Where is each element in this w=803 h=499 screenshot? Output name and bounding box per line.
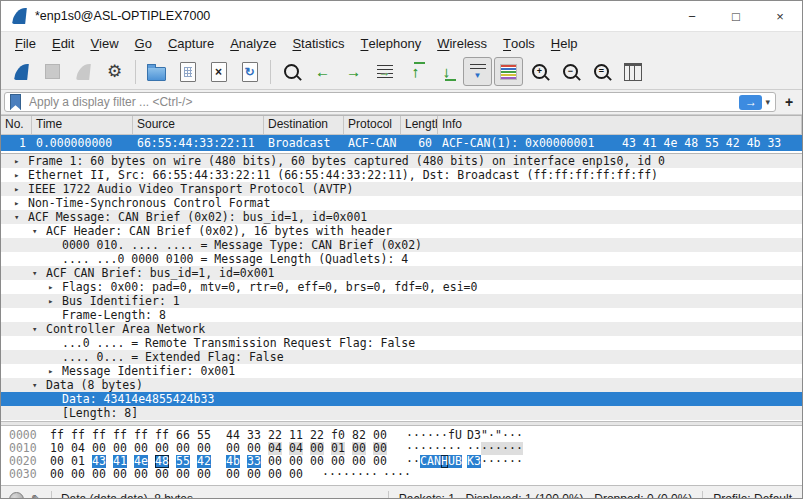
expert-info-icon[interactable]: [9, 492, 24, 499]
resize-columns-button[interactable]: [618, 57, 647, 86]
ascii-char[interactable]: ·: [371, 468, 378, 481]
display-filter-input[interactable]: [27, 94, 739, 110]
stop-capture-button[interactable]: [38, 57, 67, 86]
expand-arrow-icon[interactable]: ▸: [14, 168, 19, 182]
column-header-length[interactable]: Length: [401, 116, 438, 134]
hex-byte[interactable]: 00: [226, 468, 240, 481]
ascii-char[interactable]: ·: [516, 455, 523, 468]
tree-row[interactable]: [Length: 8]: [1, 406, 802, 420]
tree-row[interactable]: Data: 43414e4855424b33: [1, 392, 802, 406]
add-filter-button-plus[interactable]: +: [780, 94, 798, 110]
menu-tools[interactable]: Tools: [495, 32, 543, 54]
menu-wireless[interactable]: Wireless: [429, 32, 495, 54]
hex-byte[interactable]: 00: [113, 468, 127, 481]
menu-statistics[interactable]: Statistics: [284, 32, 352, 54]
collapse-arrow-icon[interactable]: ▾: [32, 224, 37, 238]
collapse-arrow-icon[interactable]: ▾: [14, 210, 19, 224]
tree-row[interactable]: ▾ACF Message: CAN Brief (0x02): bus_id=1…: [1, 210, 802, 224]
ascii-char[interactable]: B: [455, 455, 462, 468]
menu-capture[interactable]: Capture: [160, 32, 222, 54]
hex-byte[interactable]: 00: [176, 468, 190, 481]
tree-row[interactable]: Frame-Length: 8: [1, 308, 802, 322]
tree-row[interactable]: ▾Controller Area Network: [1, 322, 802, 336]
ascii-char[interactable]: 3: [474, 455, 481, 468]
menu-help[interactable]: Help: [543, 32, 586, 54]
tree-row[interactable]: ▾Data (8 bytes): [1, 378, 802, 392]
ascii-char[interactable]: N: [434, 455, 441, 468]
tree-row[interactable]: ▸Flags: 0x00: pad=0, mtv=0, rtr=0, eff=0…: [1, 280, 802, 294]
ascii-char[interactable]: ·: [343, 468, 350, 481]
hex-byte[interactable]: 00: [71, 468, 85, 481]
hex-byte[interactable]: 00: [134, 468, 148, 481]
hex-byte[interactable]: 00: [92, 468, 106, 481]
zoom-out-button[interactable]: −: [556, 57, 585, 86]
hex-byte[interactable]: 00: [197, 468, 211, 481]
tree-row[interactable]: ▸Message Identifier: 0x001: [1, 364, 802, 378]
expand-arrow-icon[interactable]: ▸: [48, 280, 53, 294]
go-first-button[interactable]: ↑: [401, 57, 430, 86]
menu-view[interactable]: View: [82, 32, 126, 54]
start-capture-button[interactable]: [7, 57, 36, 86]
column-header-time[interactable]: Time: [32, 116, 133, 134]
tree-row[interactable]: ▾ACF Header: CAN Brief (0x02), 16 bytes …: [1, 224, 802, 238]
column-header-destination[interactable]: Destination: [264, 116, 344, 134]
ascii-char[interactable]: ·: [357, 468, 364, 481]
close-button[interactable]: ×: [758, 1, 802, 31]
ascii-char[interactable]: ·: [481, 455, 488, 468]
auto-scroll-button[interactable]: ▼: [463, 57, 492, 86]
ascii-char[interactable]: ·: [404, 468, 411, 481]
hex-byte[interactable]: 00: [289, 468, 303, 481]
filter-dropdown-caret-icon[interactable]: ▾: [765, 97, 770, 107]
ascii-char[interactable]: U: [448, 455, 455, 468]
tree-row[interactable]: ▸Frame 1: 60 bytes on wire (480 bits), 6…: [1, 154, 802, 168]
tree-row[interactable]: .... ...0 0000 0100 = Message Length (Qu…: [1, 252, 802, 266]
expand-arrow-icon[interactable]: ▸: [14, 196, 19, 210]
menu-analyze[interactable]: Analyze: [222, 32, 284, 54]
ascii-char[interactable]: ·: [364, 468, 371, 481]
tree-row[interactable]: ▸IEEE 1722 Audio Video Transport Protoco…: [1, 182, 802, 196]
zoom-in-button[interactable]: +: [525, 57, 554, 86]
tree-row[interactable]: 0000 010. .... .... = Message Type: CAN …: [1, 238, 802, 252]
menu-edit[interactable]: Edit: [44, 32, 82, 54]
tree-row[interactable]: ...0 .... = Remote Transmission Request …: [1, 336, 802, 350]
go-forward-button[interactable]: →: [339, 57, 368, 86]
filter-bookmark-icon[interactable]: [10, 94, 21, 110]
hex-byte[interactable]: 00: [155, 468, 169, 481]
reload-file-button[interactable]: ↻: [235, 57, 264, 86]
tree-row[interactable]: ▸Ethernet II, Src: 66:55:44:33:22:11 (66…: [1, 168, 802, 182]
column-header-no[interactable]: No.: [1, 116, 32, 134]
column-header-source[interactable]: Source: [133, 116, 264, 134]
menu-telephony[interactable]: Telephony: [352, 32, 429, 54]
ascii-char[interactable]: ·: [322, 468, 329, 481]
ascii-char[interactable]: ·: [509, 455, 516, 468]
apply-filter-button[interactable]: →: [739, 95, 762, 110]
expand-arrow-icon[interactable]: ▸: [48, 294, 53, 308]
ascii-char[interactable]: ·: [502, 455, 509, 468]
ascii-char[interactable]: ·: [383, 468, 390, 481]
ascii-char[interactable]: C: [420, 455, 427, 468]
expand-arrow-icon[interactable]: ▸: [14, 182, 19, 196]
ascii-char[interactable]: A: [427, 455, 434, 468]
capture-comment-icon[interactable]: ✎: [31, 492, 42, 499]
hex-byte[interactable]: 00: [50, 468, 64, 481]
close-file-button[interactable]: ×: [204, 57, 233, 86]
zoom-reset-button[interactable]: =: [587, 57, 616, 86]
ascii-char[interactable]: ·: [329, 468, 336, 481]
find-packet-button[interactable]: [277, 57, 306, 86]
go-last-button[interactable]: ↓: [432, 57, 461, 86]
tree-row[interactable]: ▸Bus Identifier: 1: [1, 294, 802, 308]
ascii-char[interactable]: ·: [350, 468, 357, 481]
expand-arrow-icon[interactable]: ▸: [14, 154, 19, 168]
open-file-button[interactable]: [142, 57, 171, 86]
collapse-arrow-icon[interactable]: ▾: [32, 322, 37, 336]
restart-capture-button[interactable]: [69, 57, 98, 86]
packet-row[interactable]: 10.00000000066:55:44:33:22:11BroadcastAC…: [1, 135, 802, 151]
colorize-button[interactable]: [494, 57, 523, 86]
maximize-button[interactable]: □: [714, 1, 758, 31]
ascii-char[interactable]: H: [441, 455, 448, 468]
ascii-char[interactable]: ·: [413, 455, 420, 468]
tree-row[interactable]: ▸Non-Time-Synchronous Control Format: [1, 196, 802, 210]
menu-file[interactable]: File: [7, 32, 44, 54]
hex-byte[interactable]: 00: [247, 468, 261, 481]
hex-byte[interactable]: 00: [268, 468, 282, 481]
